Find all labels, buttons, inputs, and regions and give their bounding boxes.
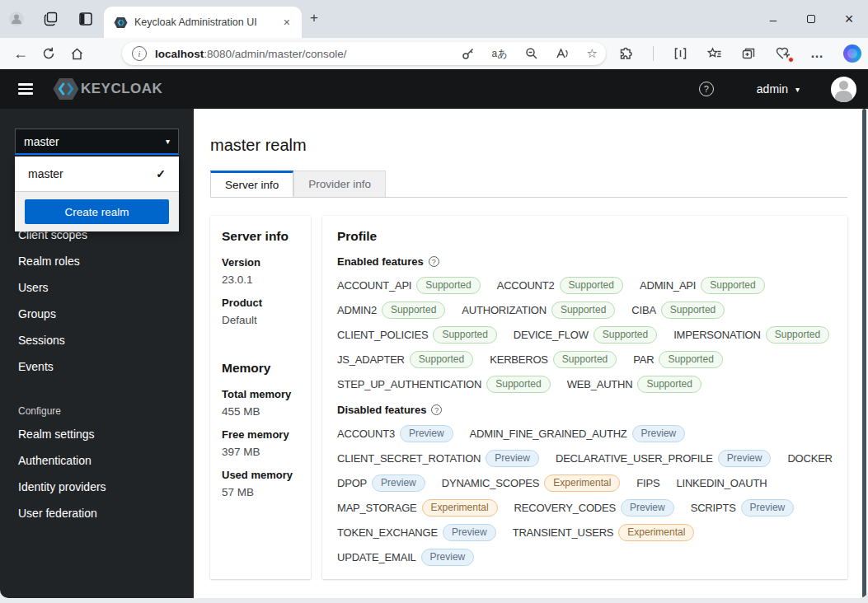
tab-close-icon[interactable]: × — [280, 16, 293, 29]
realm-dropdown-footer: Create realm — [15, 191, 179, 231]
favorites-icon[interactable] — [707, 47, 722, 60]
feature-authorization: AUTHORIZATIONSupported — [462, 302, 615, 319]
avatar[interactable] — [831, 77, 856, 102]
feature-name: AUTHORIZATION — [462, 304, 547, 316]
refresh-icon[interactable] — [35, 47, 63, 60]
create-realm-button[interactable]: Create realm — [25, 199, 169, 224]
feature-badge-experimental: Experimental — [618, 524, 694, 541]
split-screen-icon[interactable] — [673, 47, 687, 60]
tab-server-info[interactable]: Server info — [210, 171, 293, 197]
main-content: master realm Server info Provider info S… — [194, 109, 868, 579]
browser-toolbar: ← i localhost:8080/admin/master/console/… — [0, 38, 868, 69]
realm-option-master[interactable]: master ✓ — [15, 157, 179, 191]
window-minimize-button[interactable]: – — [754, 0, 792, 38]
feature-impersonation: IMPERSONATIONSupported — [673, 326, 829, 344]
feature-name: ACCOUNT2 — [497, 279, 555, 292]
zoom-out-icon[interactable] — [525, 47, 538, 60]
feature-account3: ACCOUNT3Preview — [337, 425, 453, 442]
collections-icon[interactable] — [742, 47, 756, 60]
page-scrollbar[interactable] — [862, 109, 866, 598]
feature-name: FIPS — [636, 477, 659, 489]
window-close-button[interactable]: × — [830, 0, 868, 38]
workspaces-icon[interactable] — [43, 11, 59, 27]
keycloak-favicon-icon — [114, 16, 128, 30]
feature-badge-supported: Supported — [701, 277, 764, 294]
feature-badge-supported: Supported — [433, 326, 496, 344]
sidebar-section-heading-configure: Configure — [0, 401, 194, 421]
new-tab-button[interactable]: + — [310, 10, 318, 26]
field-label: Product — [222, 297, 299, 309]
site-info-icon[interactable]: i — [132, 46, 147, 61]
feature-name: SCRIPTS — [691, 502, 736, 514]
realm-switcher-value: master — [24, 135, 166, 148]
keycloak-logo: KEYCLOAK — [53, 77, 162, 100]
sidebar-item-groups[interactable]: Groups — [0, 301, 194, 327]
sidebar-item-user-federation[interactable]: User federation — [0, 500, 194, 526]
sidebar-item-authentication[interactable]: Authentication — [0, 447, 194, 474]
feature-badge-supported: Supported — [637, 376, 701, 393]
feature-name: LINKEDIN_OAUTH — [676, 477, 767, 489]
sidebar-item-realm-settings[interactable]: Realm settings — [0, 421, 194, 447]
tab-provider-info[interactable]: Provider info — [293, 171, 386, 197]
back-icon[interactable]: ← — [7, 45, 35, 63]
feature-name: STEP_UP_AUTHENTICATION — [337, 378, 481, 390]
browser-tab-strip: Keycloak Administration UI × + – × — [0, 0, 868, 38]
feature-badge-supported: Supported — [382, 302, 445, 319]
copilot-icon[interactable] — [843, 44, 861, 63]
browser-essentials-icon[interactable] — [776, 47, 791, 60]
feature-linkedin_oauth: LINKEDIN_OAUTH — [676, 474, 767, 492]
keycloak-logo-icon — [53, 77, 79, 100]
translate-icon[interactable]: aあ — [492, 47, 508, 61]
address-bar[interactable]: i localhost:8080/admin/master/console/ a… — [122, 42, 606, 65]
feature-badge-supported: Supported — [766, 326, 829, 344]
favorite-star-icon[interactable]: ☆ — [587, 46, 598, 61]
feature-recovery_codes: RECOVERY_CODESPreview — [514, 499, 674, 517]
feature-badge-supported: Supported — [416, 277, 480, 294]
feature-name: UPDATE_EMAIL — [337, 551, 416, 563]
sidebar-item-identity-providers[interactable]: Identity providers — [0, 474, 194, 500]
sidebar-item-events[interactable]: Events — [0, 353, 194, 380]
feature-step_up_authentication: STEP_UP_AUTHENTICATIONSupported — [337, 376, 551, 393]
extensions-icon[interactable] — [619, 47, 633, 61]
browser-tab-title: Keycloak Administration UI — [134, 16, 280, 28]
password-key-icon[interactable] — [462, 47, 475, 60]
url-text[interactable]: localhost:8080/admin/master/console/ — [155, 48, 455, 60]
toolbar-divider — [653, 46, 654, 61]
feature-client_policies: CLIENT_POLICIESSupported — [337, 326, 497, 344]
feature-name: KERBEROS — [490, 353, 548, 366]
browser-tab[interactable]: Keycloak Administration UI × — [104, 7, 302, 38]
feature-name: DYNAMIC_SCOPES — [442, 477, 540, 489]
user-menu[interactable]: admin — [757, 82, 788, 96]
settings-more-icon[interactable]: … — [810, 46, 823, 61]
read-aloud-icon[interactable] — [556, 47, 570, 60]
browser-profile-icon[interactable] — [8, 11, 25, 27]
browser-window: Keycloak Administration UI × + – × ← i l… — [0, 0, 868, 598]
feature-dpop: DPOPPreview — [337, 474, 425, 492]
feature-badge-preview: Preview — [718, 450, 772, 467]
disabled-features-label: Disabled features — [337, 404, 426, 416]
feature-account_api: ACCOUNT_APISupported — [337, 277, 481, 294]
nav-toggle-hamburger-icon[interactable] — [18, 81, 33, 97]
feature-fips: FIPS — [636, 474, 659, 492]
disabled-features-help-icon[interactable]: ? — [431, 404, 442, 415]
feature-name: ADMIN2 — [337, 304, 377, 316]
selected-check-icon: ✓ — [156, 167, 166, 180]
feature-name: CLIENT_POLICIES — [337, 329, 428, 341]
feature-admin_api: ADMIN_APISupported — [640, 277, 765, 294]
sidebar-item-sessions[interactable]: Sessions — [0, 327, 194, 353]
sidebar-item-users[interactable]: Users — [0, 274, 194, 301]
home-icon[interactable] — [63, 47, 91, 61]
feature-badge-preview: Preview — [632, 425, 686, 442]
feature-name: WEB_AUTHN — [567, 378, 633, 390]
feature-client_secret_rotation: CLIENT_SECRET_ROTATIONPreview — [337, 450, 539, 467]
enabled-features-help-icon[interactable]: ? — [429, 256, 439, 267]
sidebar-item-realm-roles[interactable]: Realm roles — [0, 248, 194, 274]
realm-switcher[interactable]: master ▾ — [15, 129, 179, 155]
field-label: Total memory — [222, 388, 299, 400]
feature-admin2: ADMIN2Supported — [337, 302, 445, 319]
vertical-tabs-icon[interactable] — [77, 11, 94, 27]
feature-badge-supported: Supported — [659, 351, 722, 368]
user-menu-caret-icon[interactable]: ▾ — [795, 85, 800, 94]
window-maximize-button[interactable] — [792, 0, 830, 38]
help-icon[interactable]: ? — [699, 82, 714, 96]
